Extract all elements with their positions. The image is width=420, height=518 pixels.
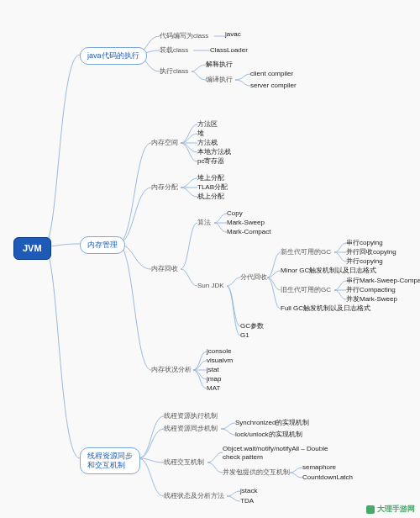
leaf-alloc-2[interactable]: 栈上分配 bbox=[197, 193, 224, 201]
leaf-area-0[interactable]: 方法区 bbox=[197, 120, 218, 129]
leaf-area-4[interactable]: pc寄存器 bbox=[197, 157, 224, 166]
branch-label: java代码的执行 bbox=[87, 51, 139, 60]
leaf-alloc-0[interactable]: 堆上分配 bbox=[197, 174, 224, 182]
sub-mem-alloc[interactable]: 内存分配 bbox=[151, 183, 178, 192]
leaf-young-1[interactable]: 并行回收copying bbox=[346, 248, 396, 256]
sub-old-gc[interactable]: 旧生代可用的GC bbox=[281, 286, 331, 294]
branch-memory[interactable]: 内存管理 bbox=[80, 236, 125, 254]
watermark-logo-icon bbox=[366, 505, 375, 514]
leaf-young-2[interactable]: 并行copying bbox=[346, 257, 383, 266]
leaf-old-0[interactable]: 串行Mark-Sweep-Compact bbox=[346, 277, 420, 285]
leaf-anal-0[interactable]: jconsole bbox=[207, 347, 231, 356]
leaf-javac[interactable]: javac bbox=[225, 30, 241, 39]
sub-gc-algo[interactable]: 算法 bbox=[197, 219, 211, 227]
leaf-algo-2[interactable]: Mark-Compact bbox=[227, 228, 270, 236]
branch-code-exec[interactable]: java代码的执行 bbox=[80, 47, 147, 65]
leaf-algo-1[interactable]: Mark-Sweep bbox=[227, 219, 265, 227]
leaf-area-3[interactable]: 本地方法栈 bbox=[197, 148, 231, 156]
root-label: JVM bbox=[23, 243, 42, 253]
leaf-full-gc[interactable]: Full GC触发机制以及日志格式 bbox=[281, 304, 370, 313]
sub-gen[interactable]: 分代回收 bbox=[240, 273, 267, 282]
sub-sunjdk[interactable]: Sun JDK bbox=[197, 282, 224, 290]
leaf-gcparam[interactable]: GC参数 bbox=[240, 322, 264, 330]
leaf-young-0[interactable]: 串行copying bbox=[346, 239, 383, 247]
leaf-area-1[interactable]: 堆 bbox=[197, 130, 204, 138]
watermark: 大理手游网 bbox=[366, 504, 415, 515]
leaf-interpret[interactable]: 解释执行 bbox=[206, 61, 233, 69]
leaf-sync-0[interactable]: Synchronized的实现机制 bbox=[235, 419, 309, 427]
sub-thread-interact[interactable]: 线程交互机制 bbox=[164, 458, 204, 467]
leaf-old-2[interactable]: 并发Mark-Sweep bbox=[346, 295, 397, 304]
leaf-g1[interactable]: G1 bbox=[240, 331, 249, 340]
leaf-anal-3[interactable]: jmap bbox=[207, 375, 221, 383]
sub-mem-space[interactable]: 内存空间 bbox=[151, 139, 178, 147]
mindmap-canvas: JVM java代码的执行 代码编写为class javac 装载class C… bbox=[0, 0, 420, 518]
leaf-algo-0[interactable]: Copy bbox=[227, 209, 243, 218]
sub-thread-status[interactable]: 线程状态及分析方法 bbox=[164, 492, 224, 500]
branch-label: 线程资源同步 和交互机制 bbox=[87, 452, 133, 469]
sub-concurrent[interactable]: 并发包提供的交互机制 bbox=[223, 468, 290, 477]
sub-thread-sync[interactable]: 线程资源同步机制 bbox=[164, 425, 218, 433]
leaf-area-2[interactable]: 方法栈 bbox=[197, 139, 218, 147]
leaf-status-1[interactable]: TDA bbox=[240, 497, 254, 505]
sub-young-gc[interactable]: 新生代可用的GC bbox=[281, 248, 331, 256]
leaf-old-1[interactable]: 并行Compacting bbox=[346, 286, 396, 294]
sub-load-class[interactable]: 装载class bbox=[160, 46, 188, 55]
sub-mem-gc[interactable]: 内存回收 bbox=[151, 265, 178, 273]
leaf-anal-2[interactable]: jstat bbox=[207, 366, 219, 374]
branch-label: 内存管理 bbox=[87, 240, 118, 249]
root-node[interactable]: JVM bbox=[13, 237, 51, 260]
leaf-wait-notify[interactable]: Objcet.wait/notify/notifyAll – Double ch… bbox=[223, 445, 340, 461]
sub-thread-exec[interactable]: 线程资源执行机制 bbox=[164, 412, 218, 420]
leaf-client-compiler[interactable]: client compiler bbox=[250, 70, 293, 78]
leaf-classloader[interactable]: ClassLoader bbox=[210, 46, 248, 55]
sub-run-class[interactable]: 执行class bbox=[160, 67, 188, 76]
leaf-alloc-1[interactable]: TLAB分配 bbox=[197, 183, 228, 192]
sub-mem-analysis[interactable]: 内存状况分析 bbox=[151, 366, 192, 374]
leaf-minor-gc[interactable]: Minor GC触发机制以及日志格式 bbox=[281, 267, 376, 275]
sub-compile-exec[interactable]: 编译执行 bbox=[206, 76, 233, 84]
leaf-sync-1[interactable]: lock/unlock的实现机制 bbox=[235, 431, 302, 439]
leaf-anal-1[interactable]: visualvm bbox=[207, 357, 233, 365]
leaf-server-compiler[interactable]: server compiler bbox=[250, 82, 297, 90]
leaf-anal-4[interactable]: MAT bbox=[207, 384, 220, 393]
leaf-conc-1[interactable]: CountdownLatch bbox=[302, 473, 353, 482]
leaf-status-0[interactable]: jstack bbox=[240, 487, 257, 495]
sub-compile-to-class[interactable]: 代码编写为class bbox=[160, 32, 208, 40]
branch-thread[interactable]: 线程资源同步 和交互机制 bbox=[80, 447, 140, 474]
leaf-conc-0[interactable]: semaphore bbox=[302, 463, 336, 472]
watermark-text: 大理手游网 bbox=[377, 504, 415, 515]
